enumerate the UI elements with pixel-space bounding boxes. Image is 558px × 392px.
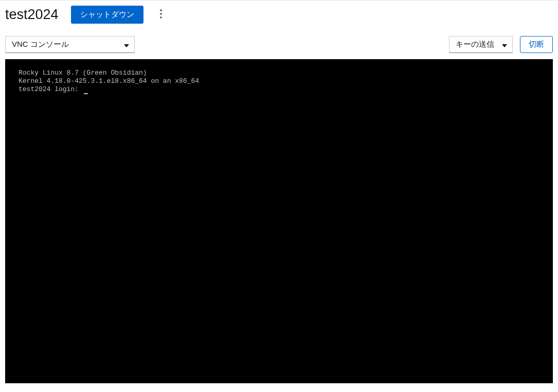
caret-down-icon <box>502 40 507 49</box>
send-key-dropdown[interactable]: キーの送信 <box>449 36 513 53</box>
kebab-icon <box>160 9 162 20</box>
console-line: Kernel 4.18.0-425.3.1.el8.x86_64 on an x… <box>19 77 539 85</box>
cursor-icon <box>84 93 88 94</box>
vnc-console[interactable]: Rocky Linux 8.7 (Green Obsidian)Kernel 4… <box>5 59 553 383</box>
page-title: test2024 <box>5 7 59 23</box>
header-bar: test2024 シャットダウン <box>0 1 558 29</box>
svg-point-1 <box>160 13 162 15</box>
caret-down-icon <box>124 40 129 49</box>
toolbar-right: キーの送信 切断 <box>449 36 553 53</box>
console-type-label: VNC コンソール <box>12 40 69 49</box>
shutdown-button[interactable]: シャットダウン <box>71 6 143 24</box>
disconnect-button[interactable]: 切断 <box>520 36 553 53</box>
console-line: test2024 login: <box>19 85 83 93</box>
toolbar-left: VNC コンソール <box>5 36 135 53</box>
send-key-label: キーの送信 <box>456 40 494 49</box>
svg-point-2 <box>160 16 162 19</box>
console-line: Rocky Linux 8.7 (Green Obsidian) <box>19 69 539 77</box>
console-toolbar: VNC コンソール キーの送信 切断 <box>0 29 558 59</box>
console-type-dropdown[interactable]: VNC コンソール <box>5 36 135 53</box>
kebab-menu-button[interactable] <box>156 7 166 22</box>
svg-point-0 <box>160 9 162 11</box>
